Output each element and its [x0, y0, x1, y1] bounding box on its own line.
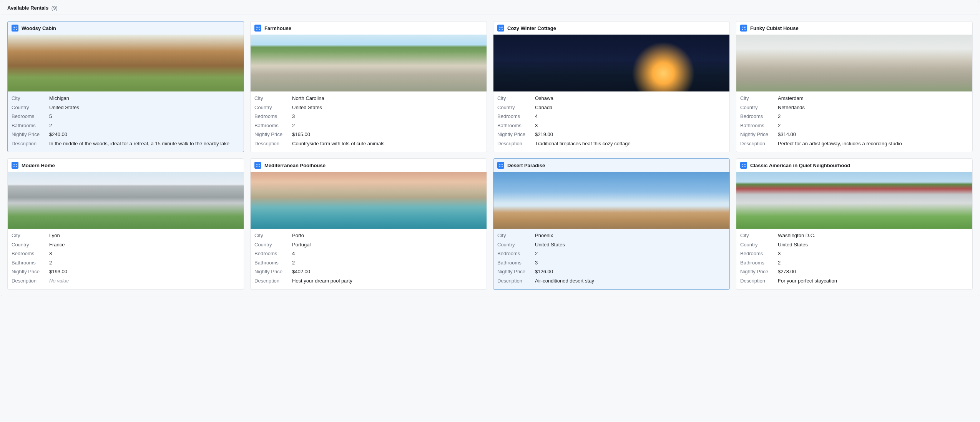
field-label-nightly-price: Nightly Price	[254, 131, 292, 138]
field-label-city: City	[254, 232, 292, 239]
field-value-description: In the middle of the woods, ideal for a …	[49, 140, 240, 147]
rental-card[interactable]: Desert ParadiseCityPhoenixCountryUnited …	[493, 158, 730, 289]
field-value-nightly-price: $402.00	[292, 268, 483, 275]
card-title: Desert Paradise	[507, 163, 545, 168]
field-label-bedrooms: Bedrooms	[12, 250, 49, 257]
field-value-city: Washington D.C.	[778, 232, 968, 239]
field-value-country: United States	[292, 104, 483, 111]
expand-icon[interactable]	[497, 25, 504, 32]
rental-card[interactable]: Funky Cubist HouseCityAmsterdamCountryNe…	[736, 21, 973, 152]
card-body: CityNorth CarolinaCountryUnited StatesBe…	[251, 91, 487, 152]
rental-card[interactable]: FarmhouseCityNorth CarolinaCountryUnited…	[250, 21, 487, 152]
field-row-city: CityMichigan	[12, 94, 240, 103]
field-row-bedrooms: Bedrooms2	[497, 249, 726, 258]
field-value-city: Michigan	[49, 95, 240, 102]
expand-icon[interactable]	[497, 162, 504, 169]
field-label-bathrooms: Bathrooms	[497, 122, 535, 129]
field-value-description: Host your dream pool party	[292, 277, 483, 284]
field-label-bedrooms: Bedrooms	[740, 113, 778, 120]
expand-icon[interactable]	[740, 25, 747, 32]
card-body: CityMichiganCountryUnited StatesBedrooms…	[8, 91, 244, 152]
rental-card[interactable]: Modern HomeCityLyonCountryFranceBedrooms…	[7, 158, 244, 289]
field-value-description: For your perfect staycation	[778, 277, 968, 284]
field-value-city: Lyon	[49, 232, 240, 239]
field-value-bedrooms: 3	[292, 113, 483, 120]
field-label-bathrooms: Bathrooms	[12, 259, 49, 266]
expand-icon[interactable]	[254, 162, 261, 169]
rental-card[interactable]: Cozy Winter CottageCityOshawaCountryCana…	[493, 21, 730, 152]
expand-icon[interactable]	[254, 25, 261, 32]
field-label-bedrooms: Bedrooms	[12, 113, 49, 120]
field-value-bathrooms: 2	[292, 259, 483, 266]
cards-grid: Woodsy CabinCityMichiganCountryUnited St…	[1, 15, 979, 296]
field-row-city: CityNorth Carolina	[254, 94, 483, 103]
field-label-country: Country	[740, 104, 778, 111]
field-row-bathrooms: Bathrooms2	[740, 121, 968, 130]
field-row-bedrooms: Bedrooms2	[740, 112, 968, 121]
field-value-bathrooms: 2	[292, 122, 483, 129]
field-row-nightly-price: Nightly Price$278.00	[740, 267, 968, 276]
field-value-description: Countryside farm with lots of cute anima…	[292, 140, 483, 147]
field-label-bathrooms: Bathrooms	[740, 259, 778, 266]
field-label-nightly-price: Nightly Price	[497, 268, 535, 275]
field-label-bathrooms: Bathrooms	[740, 122, 778, 129]
field-row-bathrooms: Bathrooms3	[497, 258, 726, 267]
field-value-country: Canada	[535, 104, 726, 111]
field-label-bathrooms: Bathrooms	[12, 122, 49, 129]
field-value-bathrooms: 3	[535, 122, 726, 129]
field-label-bedrooms: Bedrooms	[740, 250, 778, 257]
field-row-country: CountryUnited States	[12, 103, 240, 112]
field-value-nightly-price: $219.00	[535, 131, 726, 138]
card-image	[8, 172, 244, 229]
expand-icon[interactable]	[740, 162, 747, 169]
expand-icon[interactable]	[12, 162, 18, 169]
field-value-bathrooms: 2	[778, 259, 968, 266]
field-value-bedrooms: 3	[778, 250, 968, 257]
card-title: Classic American in Quiet Neighbourhood	[750, 163, 850, 168]
rental-card[interactable]: Classic American in Quiet NeighbourhoodC…	[736, 158, 973, 289]
field-value-nightly-price: $165.00	[292, 131, 483, 138]
field-row-bedrooms: Bedrooms3	[12, 249, 240, 258]
card-body: CityAmsterdamCountryNetherlandsBedrooms2…	[736, 91, 972, 152]
field-row-description: DescriptionNo value	[12, 276, 240, 286]
field-row-country: CountryPortugal	[254, 240, 483, 249]
card-body: CityLyonCountryFranceBedrooms3Bathrooms2…	[8, 229, 244, 289]
field-row-nightly-price: Nightly Price$165.00	[254, 130, 483, 139]
field-row-bathrooms: Bathrooms3	[497, 121, 726, 130]
card-header: Cozy Winter Cottage	[493, 22, 729, 35]
rental-card[interactable]: Woodsy CabinCityMichiganCountryUnited St…	[7, 21, 244, 152]
field-label-city: City	[12, 232, 49, 239]
field-row-bedrooms: Bedrooms5	[12, 112, 240, 121]
field-label-bedrooms: Bedrooms	[254, 250, 292, 257]
field-value-country: United States	[49, 104, 240, 111]
field-value-city: North Carolina	[292, 95, 483, 102]
field-value-nightly-price: $126.00	[535, 268, 726, 275]
rental-card[interactable]: Mediterranean PoolhouseCityPortoCountryP…	[250, 158, 487, 289]
expand-icon[interactable]	[12, 25, 18, 32]
card-image	[493, 35, 729, 91]
field-label-description: Description	[497, 277, 535, 284]
field-label-city: City	[497, 95, 535, 102]
field-value-bedrooms: 2	[778, 113, 968, 120]
panel-count: (9)	[51, 5, 58, 11]
field-row-description: DescriptionHost your dream pool party	[254, 276, 483, 286]
field-row-description: DescriptionAir-conditioned desert stay	[497, 276, 726, 286]
rentals-panel: Available Rentals (9) Woodsy CabinCityMi…	[1, 1, 979, 296]
field-row-country: CountryNetherlands	[740, 103, 968, 112]
field-value-bedrooms: 2	[535, 250, 726, 257]
field-row-nightly-price: Nightly Price$402.00	[254, 267, 483, 276]
field-row-description: DescriptionCountryside farm with lots of…	[254, 139, 483, 148]
card-body: CityOshawaCountryCanadaBedrooms4Bathroom…	[493, 91, 729, 152]
field-row-nightly-price: Nightly Price$314.00	[740, 130, 968, 139]
field-row-bathrooms: Bathrooms2	[740, 258, 968, 267]
card-body: CityPortoCountryPortugalBedrooms4Bathroo…	[251, 229, 487, 289]
field-value-nightly-price: $278.00	[778, 268, 968, 275]
field-value-country: United States	[778, 241, 968, 248]
card-title: Mediterranean Poolhouse	[264, 163, 326, 168]
field-label-description: Description	[12, 277, 49, 284]
field-label-city: City	[497, 232, 535, 239]
field-value-city: Amsterdam	[778, 95, 968, 102]
field-value-bedrooms: 4	[535, 113, 726, 120]
field-row-city: CityAmsterdam	[740, 94, 968, 103]
field-label-country: Country	[740, 241, 778, 248]
